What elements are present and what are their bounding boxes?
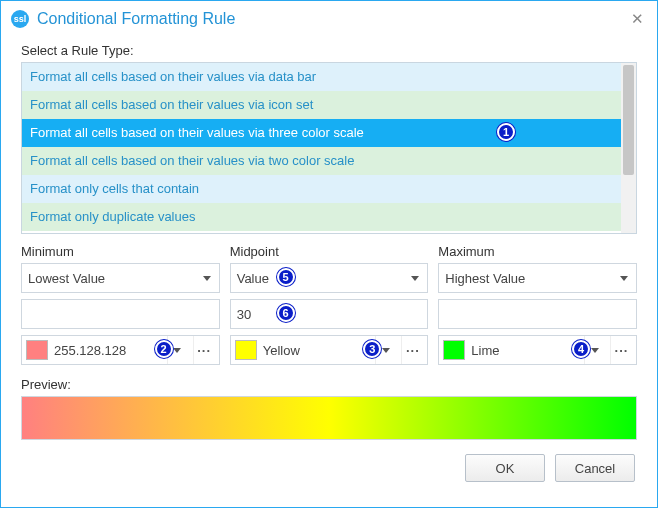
minimum-type-value: Lowest Value: [28, 271, 105, 286]
midpoint-color-picker[interactable]: Yellow 3 ···: [230, 335, 429, 365]
column-maximum: Maximum Highest Value Lime 4 ···: [438, 244, 637, 371]
app-icon: ssl: [11, 10, 29, 28]
minimum-color-more-icon[interactable]: ···: [193, 336, 215, 364]
gradient-preview: [21, 396, 637, 440]
midpoint-type-select[interactable]: Value 5: [230, 263, 429, 293]
column-minimum: Minimum Lowest Value 255.128.128 2 ···: [21, 244, 220, 371]
cancel-button[interactable]: Cancel: [555, 454, 635, 482]
chevron-down-icon: [411, 276, 419, 281]
window-title: Conditional Formatting Rule: [37, 10, 627, 28]
rule-item-duplicate[interactable]: Format only duplicate values: [22, 203, 621, 231]
maximum-color-more-icon[interactable]: ···: [610, 336, 632, 364]
maximum-type-select[interactable]: Highest Value: [438, 263, 637, 293]
minimum-value-input[interactable]: [21, 299, 220, 329]
column-midpoint: Midpoint Value 5 30 6 Yellow 3 ···: [230, 244, 429, 371]
maximum-value-input[interactable]: [438, 299, 637, 329]
midpoint-type-value: Value: [237, 271, 269, 286]
minimum-color-picker[interactable]: 255.128.128 2 ···: [21, 335, 220, 365]
minimum-color-label: 255.128.128: [54, 343, 161, 358]
maximum-color-picker[interactable]: Lime 4 ···: [438, 335, 637, 365]
rule-list-items: Format all cells based on their values v…: [22, 63, 621, 233]
maximum-label: Maximum: [438, 244, 637, 259]
titlebar: ssl Conditional Formatting Rule ✕: [1, 1, 657, 35]
content-area: Select a Rule Type: Format all cells bas…: [1, 35, 657, 482]
midpoint-color-swatch: [235, 340, 257, 360]
scale-columns: Minimum Lowest Value 255.128.128 2 ···: [21, 244, 637, 371]
scrollbar-thumb[interactable]: [623, 65, 634, 175]
minimum-color-dropdown[interactable]: [167, 336, 187, 364]
midpoint-color-more-icon[interactable]: ···: [401, 336, 423, 364]
close-icon[interactable]: ✕: [627, 10, 647, 28]
dialog-window: ssl Conditional Formatting Rule ✕ Select…: [0, 0, 658, 508]
midpoint-value-text: 30: [237, 307, 251, 322]
midpoint-value-input[interactable]: 30 6: [230, 299, 429, 329]
callout-1: 1: [497, 123, 515, 141]
chevron-down-icon: [620, 276, 628, 281]
maximum-color-label: Lime: [471, 343, 578, 358]
midpoint-label: Midpoint: [230, 244, 429, 259]
maximum-color-swatch: [443, 340, 465, 360]
callout-6: 6: [277, 304, 295, 322]
maximum-type-value: Highest Value: [445, 271, 525, 286]
rule-list-scrollbar[interactable]: [621, 63, 636, 233]
minimum-label: Minimum: [21, 244, 220, 259]
dialog-buttons: OK Cancel: [21, 454, 637, 482]
preview-label: Preview:: [21, 377, 637, 392]
chevron-down-icon: [203, 276, 211, 281]
rule-item-three-color[interactable]: Format all cells based on their values v…: [22, 119, 621, 147]
rule-item-data-bar[interactable]: Format all cells based on their values v…: [22, 63, 621, 91]
ok-button[interactable]: OK: [465, 454, 545, 482]
rule-item-two-color[interactable]: Format all cells based on their values v…: [22, 147, 621, 175]
rule-item-icon-set[interactable]: Format all cells based on their values v…: [22, 91, 621, 119]
minimum-color-swatch: [26, 340, 48, 360]
rule-list: Format all cells based on their values v…: [21, 62, 637, 234]
minimum-type-select[interactable]: Lowest Value: [21, 263, 220, 293]
rule-item-label: Format all cells based on their values v…: [30, 125, 364, 140]
midpoint-color-label: Yellow: [263, 343, 370, 358]
callout-5: 5: [277, 268, 295, 286]
midpoint-color-dropdown[interactable]: [375, 336, 395, 364]
rule-type-label: Select a Rule Type:: [21, 43, 637, 58]
maximum-color-dropdown[interactable]: [584, 336, 604, 364]
rule-item-contain[interactable]: Format only cells that contain: [22, 175, 621, 203]
